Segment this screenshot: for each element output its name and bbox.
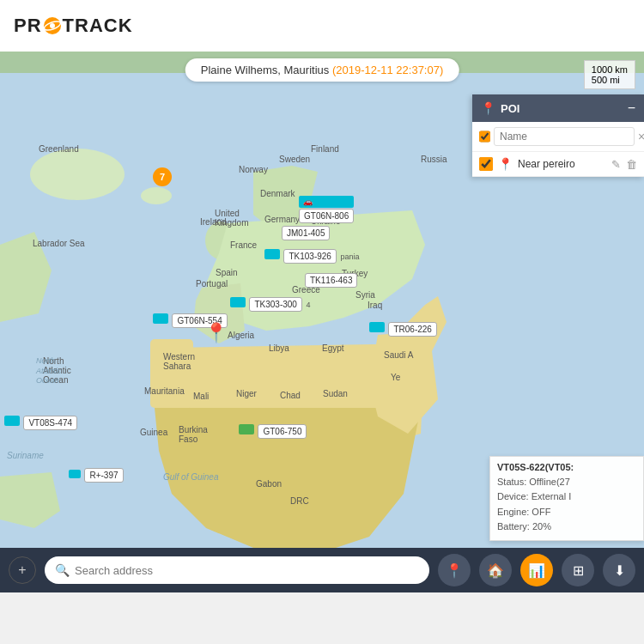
region-gulfofguinea: Gulf of Guinea bbox=[163, 472, 218, 482]
poi-minimize-button[interactable]: − bbox=[628, 101, 635, 115]
search-address-input[interactable] bbox=[75, 564, 419, 577]
vehicle-GT06-750[interactable]: GT06-750 bbox=[239, 422, 307, 439]
map-container[interactable]: Plaine Wilhems, Mauritius (2019-12-11 22… bbox=[0, 52, 644, 592]
download-icon-button[interactable]: ⬇ bbox=[603, 554, 635, 586]
vehicle-TK103-926[interactable]: TK103-926 pania bbox=[264, 247, 359, 264]
location-name: Plaine Wilhems, Mauritius bbox=[201, 64, 330, 76]
app-header: PR TRACK bbox=[0, 0, 644, 52]
poi-item-row: 📍 Near pereiro ✎ 🗑 bbox=[472, 152, 644, 177]
search-address-bar[interactable]: 🔍 bbox=[45, 556, 429, 584]
bottom-bar: + 🔍 📍 🏠 📊 ⊞ ⬇ bbox=[0, 548, 644, 592]
grid-icon-button[interactable]: ⊞ bbox=[562, 554, 594, 586]
vehicle-R-397[interactable]: R+-397 bbox=[69, 466, 124, 483]
poi-header: 📍 POI − bbox=[472, 94, 644, 122]
logo: PR TRACK bbox=[14, 15, 133, 37]
info-line-2: Device: External I bbox=[497, 489, 636, 505]
poi-title-area: 📍 POI bbox=[481, 101, 519, 115]
poi-item-checkbox[interactable] bbox=[479, 157, 493, 171]
add-button[interactable]: + bbox=[9, 556, 36, 584]
info-line-4: Battery: 20% bbox=[497, 519, 636, 535]
home-icon-button[interactable]: 🏠 bbox=[479, 554, 512, 586]
poi-checkbox[interactable] bbox=[479, 130, 490, 143]
poi-search-input[interactable] bbox=[494, 127, 635, 146]
scale-bar: 1000 km 500 mi bbox=[584, 60, 635, 89]
info-title: VT05S-622(VT05: bbox=[497, 462, 636, 472]
info-popup: VT05S-622(VT05: Status: Offline(27 Devic… bbox=[489, 456, 644, 541]
location-bar: Plaine Wilhems, Mauritius (2019-12-11 22… bbox=[185, 58, 459, 82]
poi-pin-icon: 📍 bbox=[481, 101, 495, 115]
info-line-1: Status: Offline(27 bbox=[497, 475, 636, 490]
poi-clear-button[interactable]: × bbox=[638, 130, 644, 143]
poi-edit-button[interactable]: ✎ bbox=[611, 158, 621, 171]
svg-point-5 bbox=[141, 187, 172, 204]
poi-title: POI bbox=[501, 102, 519, 115]
vehicle-GT06N-806[interactable]: 🚗 GT06N-806 bbox=[299, 196, 354, 223]
search-icon: 🔍 bbox=[55, 563, 70, 577]
logo-icon bbox=[43, 16, 62, 35]
region-suriname: Suriname bbox=[7, 451, 44, 460]
vehicle-TK303-300[interactable]: TK303-300 4 bbox=[230, 295, 310, 312]
vehicle-VT08S-474[interactable]: VT08S-474 bbox=[4, 414, 77, 430]
cluster-badge-7[interactable]: 7 bbox=[153, 167, 172, 186]
vehicle-TR06-226[interactable]: TR06-226 bbox=[369, 320, 437, 337]
poi-panel: 📍 POI − × + 📍 Near pereiro ✎ 🗑 bbox=[472, 94, 644, 177]
location-icon-button[interactable]: 📍 bbox=[438, 554, 471, 586]
atlantic-ocean-label: NorthAtlanticOcean bbox=[36, 356, 62, 386]
svg-point-4 bbox=[30, 149, 125, 200]
stats-icon-button[interactable]: 📊 bbox=[520, 554, 553, 586]
poi-search-row: × + bbox=[472, 122, 644, 152]
svg-point-2 bbox=[50, 23, 55, 28]
poi-item-label: Near pereiro bbox=[518, 158, 606, 170]
location-datetime: (2019-12-11 22:37:07) bbox=[332, 64, 443, 76]
red-pin-marker[interactable]: 📍 bbox=[204, 322, 228, 344]
poi-item-pin-icon: 📍 bbox=[498, 157, 513, 171]
info-line-3: Engine: OFF bbox=[497, 505, 636, 520]
svg-rect-16 bbox=[150, 339, 193, 408]
poi-delete-button[interactable]: 🗑 bbox=[626, 158, 637, 171]
